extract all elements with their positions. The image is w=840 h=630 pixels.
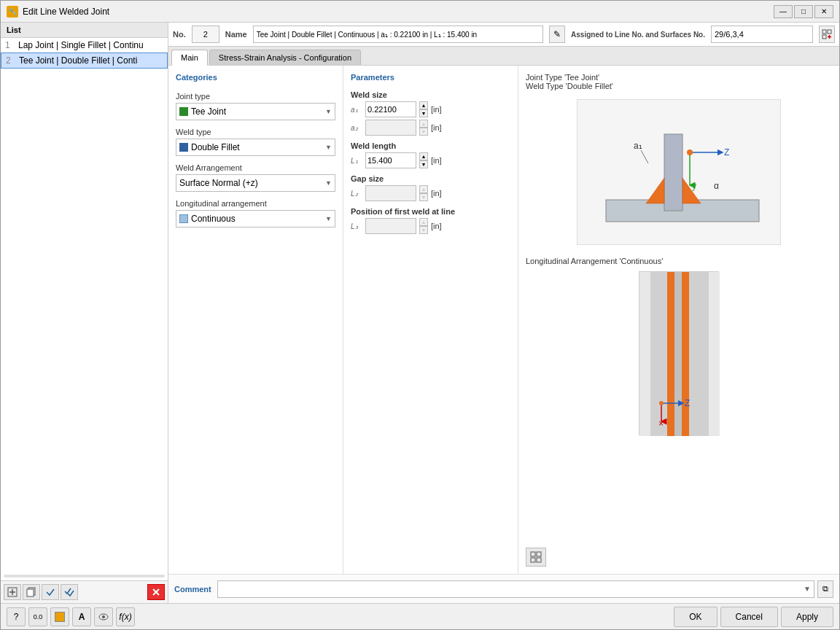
weld-type-select[interactable]: Double Fillet ▼ <box>176 139 335 156</box>
position-label: Position of first weld at line <box>351 207 510 216</box>
joint-type-select[interactable]: Tee Joint ▼ <box>176 103 335 120</box>
title-bar: 🔧 Edit Line Welded Joint — □ ✕ <box>1 1 839 23</box>
l2-row: L₂ ▲ ▼ [in] <box>351 185 510 201</box>
svg-rect-28 <box>674 272 682 436</box>
comment-copy-button[interactable]: ⧉ <box>817 580 833 598</box>
l1-input[interactable]: 15.400 <box>365 152 416 168</box>
svg-text:y: y <box>692 181 696 191</box>
help-button[interactable]: ? <box>7 607 26 626</box>
longitudinal-arrangement-group: Longitudinal arrangement Continuous ▼ <box>176 199 335 228</box>
svg-line-21 <box>641 150 648 163</box>
copy-item-button[interactable] <box>23 584 40 600</box>
svg-rect-34 <box>531 552 535 556</box>
joint-type-description: Joint Type 'Tee Joint' Weld Type 'Double… <box>526 73 832 90</box>
a1-spin-up[interactable]: ▲ <box>419 101 428 109</box>
check-all-button[interactable] <box>61 584 78 600</box>
l3-spinners: ▲ ▼ <box>419 218 428 234</box>
a1-spin-down[interactable]: ▼ <box>419 109 428 117</box>
list-item-1[interactable]: 1 Lap Joint | Single Fillet | Continu <box>1 38 168 52</box>
name-value: Tee Joint | Double Fillet | Continuous |… <box>253 26 543 43</box>
ok-button[interactable]: OK <box>674 607 717 627</box>
a1-label: a₁ <box>351 106 362 114</box>
assign-button[interactable] <box>819 26 835 43</box>
a1-input[interactable]: 0.22100 <box>365 101 416 117</box>
l3-unit: [in] <box>431 222 442 230</box>
svg-text:Z: Z <box>685 398 690 408</box>
joint-preview: Z y a₁ α <box>577 99 781 245</box>
l1-spin-down[interactable]: ▼ <box>419 160 428 168</box>
weld-type-value: Double Fillet <box>179 142 240 152</box>
delete-item-button[interactable] <box>147 584 165 600</box>
comment-input[interactable]: ▼ <box>217 580 814 598</box>
list-item-num-2: 2 <box>6 55 16 66</box>
apply-button[interactable]: Apply <box>781 607 833 627</box>
arrangement-description: Longitudinal Arrangement 'Continuous' <box>526 257 832 265</box>
joint-type-value: Tee Joint <box>179 106 226 117</box>
numeric-button[interactable]: 0.0 <box>28 607 47 626</box>
color-button[interactable] <box>50 607 69 626</box>
list-item-num-1: 1 <box>5 40 15 50</box>
l2-spin-up: ▲ <box>419 185 428 193</box>
list-item-text-1: Lap Joint | Single Fillet | Continu <box>18 40 144 50</box>
a2-spin-up: ▲ <box>419 120 428 128</box>
preview-panel: Joint Type 'Tee Joint' Weld Type 'Double… <box>518 66 839 574</box>
a2-input <box>365 120 416 136</box>
view-button[interactable] <box>94 607 113 626</box>
edit-name-button[interactable]: ✎ <box>549 26 565 43</box>
svg-marker-14 <box>646 178 664 203</box>
gap-size-label: Gap size <box>351 174 510 183</box>
l3-spin-down: ▼ <box>419 226 428 234</box>
l1-row: L₁ 15.400 ▲ ▼ [in] <box>351 152 510 168</box>
main-window: 🔧 Edit Line Welded Joint — □ ✕ List 1 La… <box>0 0 840 630</box>
l1-label: L₁ <box>351 157 362 165</box>
parameters-panel: Parameters Weld size a₁ 0.22100 ▲ ▼ <box>343 66 518 574</box>
weld-arrangement-select[interactable]: Surface Normal (+z) ▼ <box>176 174 335 192</box>
new-item-button[interactable] <box>4 584 21 600</box>
function-button[interactable]: f(x) <box>116 607 135 626</box>
a2-unit: [in] <box>431 123 442 132</box>
a1-unit: [in] <box>431 105 442 114</box>
text-button[interactable]: A <box>72 607 91 626</box>
l1-spin-up[interactable]: ▲ <box>419 152 428 160</box>
l2-input <box>365 185 416 201</box>
joint-type-group: Joint type Tee Joint ▼ <box>176 92 335 120</box>
l2-spinners: ▲ ▼ <box>419 185 428 201</box>
color-swatch <box>55 612 65 622</box>
cancel-button[interactable]: Cancel <box>720 607 778 627</box>
minimize-button[interactable]: — <box>774 5 793 18</box>
tabs-bar: Main Stress-Strain Analysis - Configurat… <box>168 47 839 66</box>
assign-value: 29/6,3,4 <box>711 26 813 43</box>
main-content: List 1 Lap Joint | Single Fillet | Conti… <box>1 23 839 603</box>
weld-size-label: Weld size <box>351 90 510 99</box>
weld-arrangement-group: Weld Arrangement Surface Normal (+z) ▼ <box>176 163 335 192</box>
l3-spin-up: ▲ <box>419 218 428 226</box>
svg-text:a₁: a₁ <box>634 141 642 151</box>
no-label: No. <box>173 30 186 39</box>
right-area: No. 2 Name Tee Joint | Double Fillet | C… <box>168 23 839 603</box>
list-item-text-2: Tee Joint | Double Fillet | Conti <box>19 55 137 66</box>
close-button[interactable]: ✕ <box>814 5 833 18</box>
list-item-2[interactable]: 2 Tee Joint | Double Fillet | Conti <box>1 52 168 69</box>
comment-dropdown-arrow: ▼ <box>804 585 811 593</box>
svg-rect-7 <box>822 30 826 34</box>
maximize-button[interactable]: □ <box>794 5 813 18</box>
preview-settings-button[interactable] <box>526 548 546 567</box>
weld-type-arrow: ▼ <box>325 144 332 151</box>
a1-spinners: ▲ ▼ <box>419 101 428 117</box>
tab-main[interactable]: Main <box>171 50 208 66</box>
list-toolbar <box>1 580 168 603</box>
tab-stress-strain[interactable]: Stress-Strain Analysis - Configuration <box>209 50 361 65</box>
l2-label: L₂ <box>351 190 362 198</box>
longitudinal-arrangement-select[interactable]: Continuous ▼ <box>176 210 335 228</box>
a1-row: a₁ 0.22100 ▲ ▼ [in] <box>351 101 510 117</box>
check-button[interactable] <box>42 584 59 600</box>
app-icon: 🔧 <box>7 6 18 18</box>
weld-type-color <box>179 143 188 152</box>
arrangement-preview: Z × <box>639 271 719 435</box>
weld-arrangement-arrow: ▼ <box>325 179 332 187</box>
tab-content: Categories Joint type Tee Joint ▼ <box>168 66 839 574</box>
gap-size-group: Gap size L₂ ▲ ▼ [in] <box>351 174 510 201</box>
svg-rect-27 <box>682 272 689 436</box>
weld-type-label: Weld type <box>176 128 335 136</box>
svg-rect-37 <box>537 558 541 562</box>
